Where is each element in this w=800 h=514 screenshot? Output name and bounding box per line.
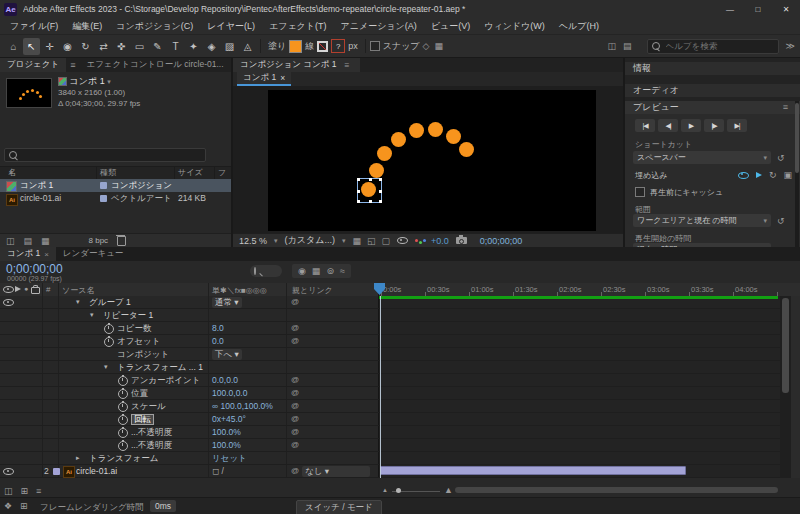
stopwatch-icon[interactable] bbox=[118, 402, 128, 412]
shortcut-dropdown[interactable]: スペースバー▾ bbox=[633, 151, 771, 164]
parent-pickwhip-icon[interactable]: @ bbox=[291, 335, 299, 347]
timeline-property-row[interactable]: ▾トランスフォーム ... 1 bbox=[0, 361, 780, 374]
time-ruler[interactable]: 0:00s00:30s01:00s01:30s02:00s02:30s03:00… bbox=[378, 283, 779, 297]
timeline-property-row[interactable]: ...不透明度100.0%@ bbox=[0, 439, 780, 452]
property-value[interactable]: 0x+45.0° bbox=[212, 413, 246, 425]
property-label[interactable]: コンポジット bbox=[117, 348, 169, 360]
column-path[interactable]: フ bbox=[218, 167, 226, 178]
selection-handle[interactable] bbox=[369, 200, 372, 203]
layer-source-name[interactable]: circle-01.ai bbox=[76, 465, 117, 477]
project-search-input[interactable] bbox=[21, 150, 185, 161]
help-search-field[interactable] bbox=[647, 39, 779, 54]
timeline-property-row[interactable]: アンカーポイント0.0,0.0@ bbox=[0, 374, 780, 387]
parent-pickwhip-icon[interactable]: @ bbox=[291, 426, 299, 438]
viewer-timecode[interactable]: 0;00;00;00 bbox=[480, 236, 523, 246]
menu-item-7[interactable]: ウィンドウ(W) bbox=[477, 18, 552, 34]
menu-item-6[interactable]: ビュー(V) bbox=[424, 18, 477, 34]
shape-circle[interactable] bbox=[409, 123, 424, 138]
shape-circle[interactable] bbox=[446, 129, 461, 144]
color-depth-button[interactable]: 8 bpc bbox=[89, 236, 109, 245]
shape-circle[interactable] bbox=[391, 132, 406, 147]
type-tool-icon[interactable]: T bbox=[167, 38, 184, 55]
timeline-property-row[interactable]: コピー数8.0@ bbox=[0, 322, 780, 335]
parent-dropdown[interactable]: なし ▾ bbox=[302, 466, 370, 477]
next-frame-button[interactable]: |▶ bbox=[704, 119, 724, 132]
tab-effect-controls[interactable]: エフェクトコントロール circle-01... bbox=[79, 58, 230, 72]
timeline-search-field[interactable] bbox=[250, 265, 282, 277]
parent-pickwhip-icon[interactable]: @ bbox=[291, 374, 299, 386]
value-dropdown[interactable]: 通常 ▾ bbox=[212, 297, 242, 308]
expand-layers-icon[interactable]: ◫ bbox=[4, 486, 13, 496]
mask-visibility-icon[interactable]: ▢ bbox=[381, 236, 390, 246]
parent-pickwhip-icon[interactable]: @ bbox=[291, 296, 299, 308]
source-name-column[interactable]: ソース名 bbox=[62, 285, 94, 296]
panel-menu-icon[interactable]: ≡ bbox=[783, 101, 788, 114]
stopwatch-icon[interactable] bbox=[118, 415, 128, 425]
include-audio-icon[interactable] bbox=[756, 172, 762, 178]
region-of-interest-icon[interactable]: ◱ bbox=[367, 236, 376, 246]
graph-editor-icon[interactable]: ≈ bbox=[340, 266, 345, 276]
selection-handle[interactable] bbox=[357, 190, 360, 193]
mask-eye-icon[interactable] bbox=[397, 237, 408, 244]
switches-column[interactable]: 単✱＼fx■◎◎◎ bbox=[212, 285, 267, 296]
twirl-icon[interactable]: ▸ bbox=[76, 452, 80, 464]
property-label[interactable]: コピー数 bbox=[117, 322, 151, 334]
panel-menu-icon[interactable]: ≡ bbox=[344, 60, 349, 70]
property-label[interactable]: ...不透明度 bbox=[131, 439, 172, 451]
first-frame-button[interactable]: |◀ bbox=[635, 119, 655, 132]
timeline-property-row[interactable]: ...不透明度100.0%@ bbox=[0, 426, 780, 439]
timeline-search-input[interactable] bbox=[256, 266, 278, 277]
stopwatch-icon[interactable] bbox=[118, 428, 128, 438]
reset-icon[interactable]: ↺ bbox=[777, 153, 785, 163]
timeline-property-row[interactable]: ▾リピーター 1 bbox=[0, 309, 780, 322]
value-dropdown[interactable]: 下へ ▾ bbox=[212, 349, 242, 360]
twirl-icon[interactable]: ▾ bbox=[76, 296, 80, 308]
comp-flowchart-icon[interactable]: ◉ bbox=[298, 266, 306, 276]
property-label[interactable]: リピーター 1 bbox=[103, 309, 153, 321]
zoom-out-icon[interactable]: ▲ bbox=[382, 487, 388, 493]
selection-handle[interactable] bbox=[357, 178, 360, 181]
stopwatch-icon[interactable] bbox=[104, 337, 114, 347]
menu-item-8[interactable]: ヘルプ(H) bbox=[552, 18, 606, 34]
property-label[interactable]: 回転 bbox=[131, 414, 154, 425]
project-search-field[interactable] bbox=[4, 148, 206, 162]
tab-composition[interactable]: コンポジション コンポ 1 ≡ bbox=[233, 58, 360, 72]
parent-pickwhip-icon[interactable]: @ bbox=[291, 400, 299, 412]
range-icon[interactable]: ▣ bbox=[783, 170, 792, 180]
project-item-row[interactable]: Aicircle-01.aiベクトルアート214 KB bbox=[0, 192, 231, 205]
hand-tool-icon[interactable]: ✛ bbox=[41, 38, 58, 55]
tab-project[interactable]: プロジェクト bbox=[0, 58, 66, 72]
stopwatch-icon[interactable] bbox=[118, 376, 128, 386]
zoom-in-icon[interactable]: ▲ bbox=[444, 485, 453, 495]
panels-icon[interactable]: ▤ bbox=[623, 41, 632, 51]
timeline-scrollbar[interactable] bbox=[780, 296, 791, 478]
playhead-line[interactable] bbox=[380, 296, 381, 478]
resolution-dropdown[interactable]: (カスタム...) bbox=[285, 234, 335, 247]
video-toggle-icon[interactable] bbox=[3, 299, 14, 306]
shape-circle[interactable] bbox=[369, 163, 384, 178]
selection-handle[interactable] bbox=[369, 178, 372, 181]
property-label[interactable]: 位置 bbox=[131, 387, 148, 399]
collapse-icon[interactable]: ⊞ bbox=[21, 486, 29, 496]
parent-pickwhip-icon[interactable]: @ bbox=[291, 465, 299, 477]
panel-menu-icon[interactable]: ≡ bbox=[70, 60, 75, 70]
close-tab-icon[interactable]: × bbox=[44, 250, 49, 259]
minimize-button[interactable]: — bbox=[716, 0, 744, 18]
timeline-property-row[interactable]: オフセット0.0@ bbox=[0, 335, 780, 348]
clone-stamp-tool-icon[interactable]: ◈ bbox=[203, 38, 220, 55]
timeline-property-row[interactable]: スケール∞ 100.0,100.0%@ bbox=[0, 400, 780, 413]
workspace-icon[interactable]: ◫ bbox=[608, 41, 617, 51]
rotation-tool-icon[interactable]: ✜ bbox=[113, 38, 130, 55]
timeline-property-row[interactable]: 位置100.0,0.0@ bbox=[0, 387, 780, 400]
shape-circle[interactable] bbox=[377, 146, 392, 161]
timeline-property-row[interactable]: コンポジット下へ ▾ bbox=[0, 348, 780, 361]
property-label[interactable]: トランスフォーム bbox=[89, 452, 158, 464]
status-grid-icon[interactable]: ⊞ bbox=[20, 501, 28, 511]
column-type[interactable]: 種類 bbox=[100, 167, 116, 178]
zoom-dropdown[interactable]: 12.5 % bbox=[239, 236, 267, 246]
menu-item-2[interactable]: コンポジション(C) bbox=[109, 18, 200, 34]
zoom-slider-thumb[interactable] bbox=[396, 488, 401, 493]
menu-item-3[interactable]: レイヤー(L) bbox=[200, 18, 262, 34]
channels-icon[interactable] bbox=[415, 239, 418, 242]
fill-color-swatch[interactable] bbox=[289, 40, 302, 53]
